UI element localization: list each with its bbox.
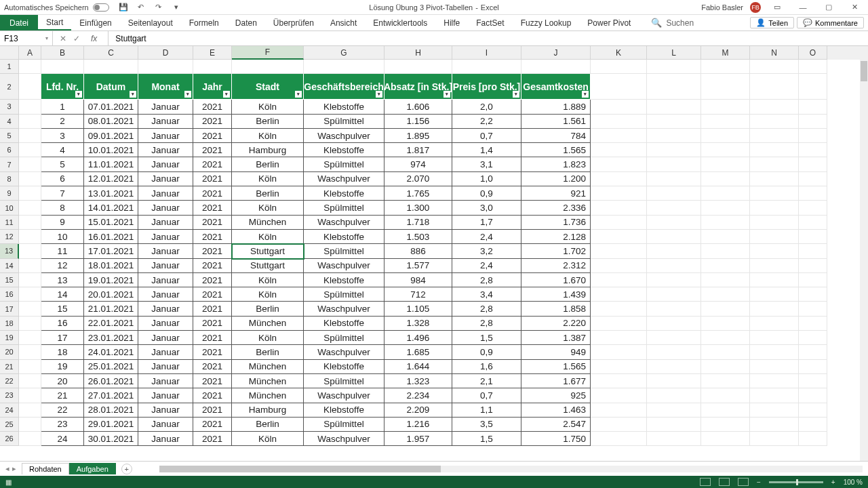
table-cell[interactable]: Waschpulver [304, 302, 384, 316]
table-cell[interactable]: Klebstoffe [304, 317, 384, 331]
table-cell[interactable]: 1.503 [384, 230, 452, 244]
table-cell[interactable]: 1.577 [384, 259, 452, 273]
cell[interactable] [701, 201, 750, 215]
cell[interactable] [591, 157, 647, 171]
filter-dropdown-icon[interactable]: ▾ [184, 91, 191, 98]
table-cell[interactable]: Köln [232, 287, 304, 302]
cell[interactable] [591, 432, 647, 446]
cell[interactable] [647, 345, 701, 359]
table-cell[interactable]: Januar [138, 157, 193, 171]
table-cell[interactable]: Januar [138, 143, 193, 157]
table-cell[interactable]: 11 [41, 244, 84, 258]
table-cell[interactable]: München [232, 388, 304, 403]
table-cell[interactable]: Klebstoffe [304, 100, 384, 114]
cell[interactable] [799, 432, 827, 446]
cell[interactable] [799, 287, 827, 302]
table-cell[interactable]: 1.895 [384, 129, 452, 143]
table-cell[interactable]: 20 [41, 374, 84, 388]
table-cell[interactable]: 2,8 [452, 302, 521, 316]
cell[interactable] [799, 259, 827, 273]
tab-daten[interactable]: Daten [227, 15, 265, 30]
row-header[interactable]: 22 [0, 374, 19, 388]
table-cell[interactable]: 1.644 [384, 360, 452, 374]
table-cell[interactable]: 2.220 [521, 317, 591, 331]
table-cell[interactable]: Berlin [232, 302, 304, 316]
cell[interactable] [647, 216, 701, 230]
cell[interactable] [750, 186, 799, 201]
table-cell[interactable]: Januar [138, 129, 193, 143]
save-icon[interactable]: 💾 [119, 3, 128, 12]
table-cell[interactable]: 1,1 [452, 403, 521, 418]
maximize-icon[interactable]: ▢ [819, 1, 838, 14]
table-cell[interactable]: Berlin [232, 115, 304, 129]
table-cell[interactable]: 2.336 [521, 201, 591, 215]
cell[interactable] [701, 302, 750, 316]
table-cell[interactable]: Berlin [232, 345, 304, 359]
table-cell[interactable]: 921 [521, 186, 591, 201]
cell[interactable] [799, 331, 827, 345]
avatar[interactable]: FB [750, 2, 761, 13]
cell[interactable] [701, 74, 750, 100]
cell[interactable] [591, 60, 647, 74]
table-cell[interactable]: 25.01.2021 [84, 360, 138, 374]
row-header[interactable]: 5 [0, 129, 19, 143]
horizontal-scrollbar[interactable] [159, 466, 863, 472]
table-cell[interactable]: Köln [232, 230, 304, 244]
cell[interactable] [41, 60, 84, 74]
filter-dropdown-icon[interactable]: ▾ [223, 91, 230, 98]
table-cell[interactable]: 1.439 [521, 287, 591, 302]
cell[interactable] [19, 403, 41, 418]
table-cell[interactable]: 2,8 [452, 273, 521, 287]
enter-formula-icon[interactable]: ✓ [73, 34, 80, 43]
cell[interactable] [647, 374, 701, 388]
table-cell[interactable]: 23 [41, 418, 84, 432]
cell[interactable] [799, 74, 827, 100]
table-cell[interactable]: 2.547 [521, 418, 591, 432]
table-cell[interactable]: Januar [138, 403, 193, 418]
table-cell[interactable]: Köln [232, 129, 304, 143]
cell[interactable] [750, 115, 799, 129]
table-cell[interactable]: 19.01.2021 [84, 273, 138, 287]
cell[interactable] [591, 186, 647, 201]
tab-file[interactable]: Datei [0, 15, 38, 30]
table-cell[interactable]: 3,1 [452, 157, 521, 171]
cell[interactable] [19, 230, 41, 244]
column-header[interactable]: B [41, 46, 84, 60]
tab-factset[interactable]: FactSet [468, 15, 512, 30]
table-cell[interactable]: 784 [521, 129, 591, 143]
cell[interactable] [647, 302, 701, 316]
table-cell[interactable]: 1.606 [384, 100, 452, 114]
table-cell[interactable]: 2,2 [452, 115, 521, 129]
cell[interactable] [647, 287, 701, 302]
chevron-down-icon[interactable]: ▾ [45, 35, 48, 41]
table-cell[interactable]: 1.823 [521, 157, 591, 171]
table-cell[interactable]: 15.01.2021 [84, 216, 138, 230]
column-header[interactable]: K [591, 46, 647, 60]
column-header[interactable]: A [19, 46, 41, 60]
table-cell[interactable]: Klebstoffe [304, 186, 384, 201]
cell[interactable] [750, 201, 799, 215]
cell[interactable] [799, 273, 827, 287]
cell[interactable] [701, 157, 750, 171]
table-cell[interactable]: 5 [41, 157, 84, 171]
table-cell[interactable]: 27.01.2021 [84, 388, 138, 403]
cell[interactable] [591, 302, 647, 316]
table-cell[interactable]: 28.01.2021 [84, 403, 138, 418]
table-cell[interactable]: 10.01.2021 [84, 143, 138, 157]
table-cell[interactable]: 2021 [193, 244, 232, 258]
column-header[interactable]: I [452, 46, 521, 60]
ribbon-options-icon[interactable]: ▭ [768, 1, 787, 14]
table-cell[interactable]: 30.01.2021 [84, 432, 138, 446]
cell[interactable] [799, 172, 827, 186]
table-cell[interactable]: 15 [41, 302, 84, 316]
formula-input[interactable]: Stuttgart [108, 34, 146, 43]
cell[interactable] [701, 432, 750, 446]
redo-icon[interactable]: ↷ [154, 3, 163, 12]
cell[interactable] [750, 172, 799, 186]
table-cell[interactable]: Köln [232, 273, 304, 287]
cell[interactable] [19, 244, 41, 258]
cell[interactable] [19, 345, 41, 359]
table-cell[interactable]: 17 [41, 331, 84, 345]
sheet-tab[interactable]: Rohdaten [22, 463, 69, 474]
table-cell[interactable]: 925 [521, 388, 591, 403]
